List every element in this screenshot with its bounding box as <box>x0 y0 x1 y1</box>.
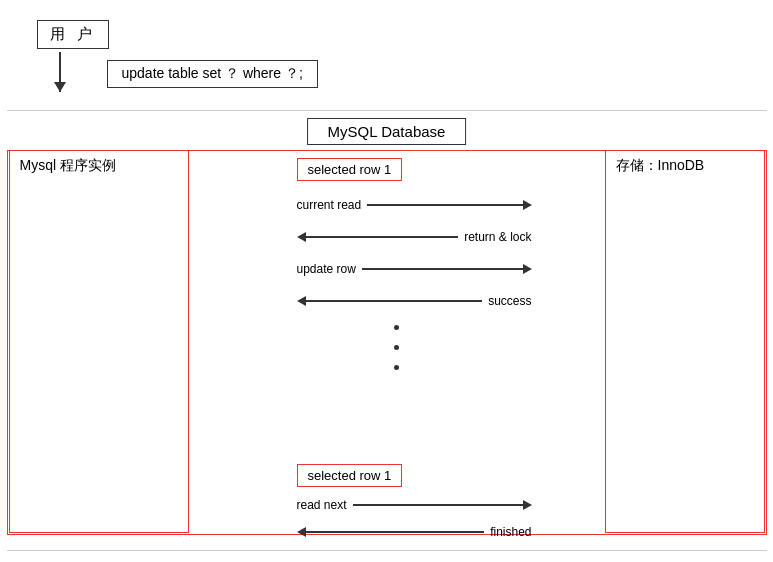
selected-row-1-label: selected row 1 <box>308 162 392 177</box>
mysql-instance-box: Mysql 程序实例 <box>9 150 189 533</box>
innodb-label: 存储：InnoDB <box>606 151 764 181</box>
return-lock-label: return & lock <box>464 230 531 244</box>
current-read-label: current read <box>297 198 362 212</box>
dot-2 <box>394 345 399 350</box>
finished-label: finished <box>490 525 531 539</box>
read-next-arrow: read next <box>297 498 532 512</box>
success-arrowhead <box>297 296 306 306</box>
bottom-divider <box>7 550 767 551</box>
mysql-db-label: MySQL Database <box>328 123 446 140</box>
sql-label: update table set ？ where ？; <box>122 65 303 81</box>
dot-3 <box>394 365 399 370</box>
current-read-arrow: current read <box>297 198 532 212</box>
success-arrow: success <box>297 294 532 308</box>
mysql-instance-label: Mysql 程序实例 <box>10 151 188 181</box>
read-next-line <box>353 504 523 506</box>
update-row-line <box>362 268 523 270</box>
success-label: success <box>488 294 531 308</box>
current-read-arrowhead <box>523 200 532 210</box>
dot-1 <box>394 325 399 330</box>
mysql-db-box: MySQL Database <box>307 118 467 145</box>
current-read-line <box>367 204 522 206</box>
selected-row-box-2: selected row 1 <box>297 464 403 487</box>
sql-box: update table set ？ where ？; <box>107 60 318 88</box>
return-lock-line <box>306 236 459 238</box>
return-lock-arrow: return & lock <box>297 230 532 244</box>
finished-arrow: finished <box>297 525 532 539</box>
success-line <box>306 300 483 302</box>
selected-row-2-label: selected row 1 <box>308 468 392 483</box>
read-next-label: read next <box>297 498 347 512</box>
innodb-box: 存储：InnoDB <box>605 150 765 533</box>
finished-arrowhead <box>297 527 306 537</box>
top-divider <box>7 110 767 111</box>
user-box: 用 户 <box>37 20 109 49</box>
user-down-arrow <box>59 52 61 92</box>
selected-row-box-1: selected row 1 <box>297 158 403 181</box>
user-label: 用 户 <box>50 25 96 42</box>
update-row-arrow: update row <box>297 262 532 276</box>
update-row-label: update row <box>297 262 356 276</box>
finished-line <box>306 531 485 533</box>
read-next-arrowhead <box>523 500 532 510</box>
update-row-arrowhead <box>523 264 532 274</box>
return-lock-arrowhead <box>297 232 306 242</box>
